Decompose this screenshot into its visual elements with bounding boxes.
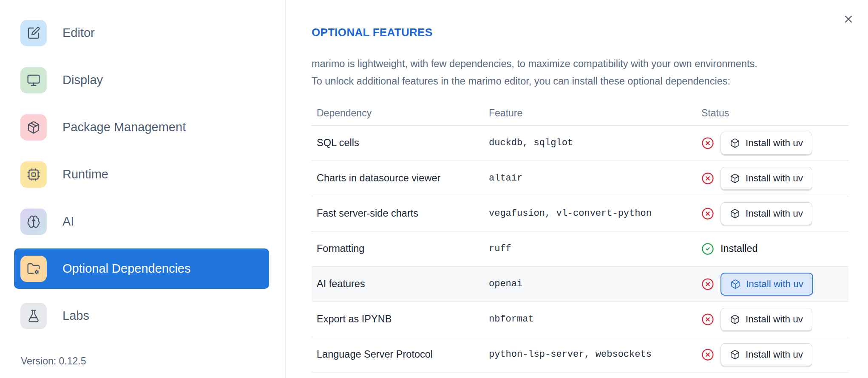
close-button[interactable] bbox=[841, 12, 856, 26]
install-with-uv-button[interactable]: Install with uv bbox=[720, 343, 812, 366]
edit-icon bbox=[20, 20, 47, 46]
install-button-label: Install with uv bbox=[746, 208, 803, 219]
column-header-status: Status bbox=[696, 107, 848, 119]
status-cell: Install with uv bbox=[696, 308, 848, 331]
circle-x-icon bbox=[701, 172, 714, 185]
circle-x-icon bbox=[701, 348, 714, 361]
box-icon bbox=[730, 138, 740, 148]
feature-packages: python-lsp-server, websockets bbox=[484, 349, 696, 360]
table-row: SQL cells duckdb, sqlglot Install with u… bbox=[312, 126, 848, 161]
cpu-icon bbox=[20, 161, 47, 188]
dependency-name: Export as IPYNB bbox=[312, 313, 484, 325]
sidebar-item-label: Optional Dependencies bbox=[62, 262, 190, 276]
description-line-2: To unlock additional features in the mar… bbox=[312, 73, 848, 90]
box-icon bbox=[730, 209, 740, 219]
table-row: Export as IPYNB nbformat Install with uv bbox=[312, 302, 848, 337]
sidebar-item-label: Runtime bbox=[62, 167, 108, 181]
package-icon bbox=[20, 114, 47, 141]
version-label: Version: 0.12.5 bbox=[21, 355, 86, 367]
panel-description: marimo is lightweight, with few dependen… bbox=[312, 55, 848, 90]
table-row: Fast server-side charts vegafusion, vl-c… bbox=[312, 196, 848, 231]
dependency-name: Charts in datasource viewer bbox=[312, 172, 484, 184]
status-cell: Install with uv bbox=[696, 343, 848, 366]
status-cell: Install with uv bbox=[696, 132, 848, 155]
sidebar-item-label: Package Management bbox=[62, 120, 186, 134]
sidebar-item-label: Editor bbox=[62, 26, 95, 40]
install-with-uv-button[interactable]: Install with uv bbox=[720, 202, 812, 225]
table-row: Charts in datasource viewer altair Insta… bbox=[312, 161, 848, 196]
feature-packages: altair bbox=[484, 173, 696, 183]
optional-features-panel: OPTIONAL FEATURES marimo is lightweight,… bbox=[286, 0, 868, 378]
circle-check-icon bbox=[701, 243, 714, 255]
feature-packages: nbformat bbox=[484, 314, 696, 324]
status-cell: Install with uv bbox=[696, 273, 848, 296]
box-icon bbox=[730, 279, 740, 289]
sidebar-item-labs[interactable]: Labs bbox=[14, 296, 269, 336]
dependency-table: Dependency Feature Status SQL cells duck… bbox=[312, 102, 848, 372]
page-title: OPTIONAL FEATURES bbox=[312, 25, 848, 39]
circle-x-icon bbox=[701, 313, 714, 326]
close-icon bbox=[842, 13, 854, 25]
circle-x-icon bbox=[701, 207, 714, 220]
folder-gear-icon bbox=[20, 256, 47, 282]
install-with-uv-button[interactable]: Install with uv bbox=[720, 167, 812, 190]
sidebar-item-label: AI bbox=[62, 214, 74, 228]
install-button-label: Install with uv bbox=[746, 173, 803, 184]
sidebar-item-runtime[interactable]: Runtime bbox=[14, 154, 269, 195]
sidebar-item-label: Labs bbox=[62, 309, 89, 323]
brain-icon bbox=[20, 209, 47, 235]
install-with-uv-button[interactable]: Install with uv bbox=[720, 132, 812, 155]
sidebar-item-display[interactable]: Display bbox=[14, 60, 269, 100]
sidebar-item-ai[interactable]: AI bbox=[14, 201, 269, 242]
table-row: AI features openai Install with uv bbox=[312, 267, 848, 302]
box-icon bbox=[730, 314, 740, 324]
feature-packages: duckdb, sqlglot bbox=[484, 138, 696, 148]
sidebar-item-editor[interactable]: Editor bbox=[14, 13, 269, 53]
column-header-feature: Feature bbox=[484, 107, 696, 119]
install-button-label: Install with uv bbox=[746, 314, 803, 325]
box-icon bbox=[730, 350, 740, 360]
installed-label: Installed bbox=[720, 243, 758, 254]
description-line-1: marimo is lightweight, with few dependen… bbox=[312, 55, 848, 73]
install-button-label: Install with uv bbox=[746, 279, 803, 290]
table-header-row: Dependency Feature Status bbox=[312, 102, 848, 126]
column-header-dependency: Dependency bbox=[312, 107, 484, 119]
status-cell: Install with uv bbox=[696, 167, 848, 190]
feature-packages: ruff bbox=[484, 243, 696, 254]
monitor-icon bbox=[20, 67, 47, 93]
status-cell: Install with uv bbox=[696, 202, 848, 225]
dependency-name: SQL cells bbox=[312, 137, 484, 149]
dependency-name: Language Server Protocol bbox=[312, 349, 484, 360]
box-icon bbox=[730, 173, 740, 183]
sidebar-item-label: Display bbox=[62, 73, 103, 87]
install-button-label: Install with uv bbox=[746, 349, 803, 360]
sidebar-item-package-management[interactable]: Package Management bbox=[14, 107, 269, 147]
status-cell: Installed bbox=[696, 243, 848, 255]
circle-x-icon bbox=[701, 137, 714, 150]
sidebar-item-optional-dependencies[interactable]: Optional Dependencies bbox=[14, 248, 269, 289]
install-with-uv-button[interactable]: Install with uv bbox=[720, 308, 812, 331]
dependency-name: Formatting bbox=[312, 243, 484, 254]
settings-sidebar: Editor Display Package Management Runtim… bbox=[0, 0, 286, 378]
table-row: Formatting ruff Installed bbox=[312, 231, 848, 267]
dependency-name: Fast server-side charts bbox=[312, 208, 484, 219]
install-button-label: Install with uv bbox=[746, 138, 803, 149]
install-with-uv-button[interactable]: Install with uv bbox=[720, 273, 813, 296]
feature-packages: vegafusion, vl-convert-python bbox=[484, 208, 696, 219]
table-row: Language Server Protocol python-lsp-serv… bbox=[312, 337, 848, 372]
dependency-name: AI features bbox=[312, 278, 484, 290]
feature-packages: openai bbox=[484, 279, 696, 289]
flask-icon bbox=[20, 303, 47, 329]
circle-x-icon bbox=[701, 278, 714, 291]
settings-dialog: Editor Display Package Management Runtim… bbox=[0, 0, 868, 378]
